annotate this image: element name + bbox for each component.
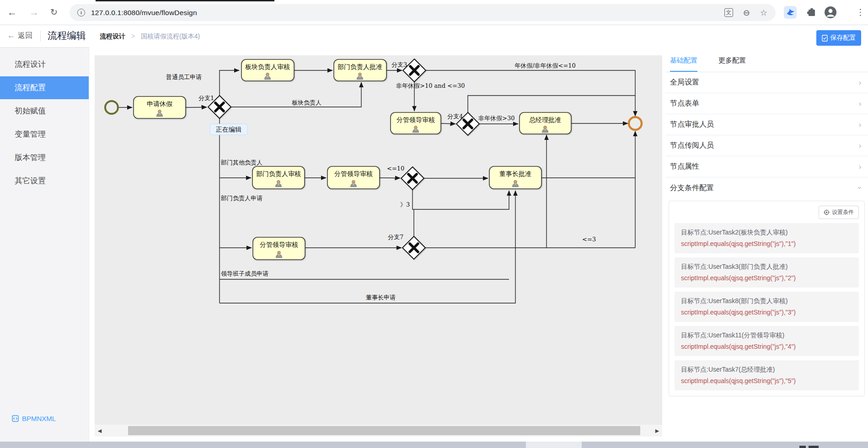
flow-edge[interactable] xyxy=(380,178,400,178)
zoom-out-icon[interactable]: ⊖ xyxy=(743,8,750,18)
section-node-readers[interactable]: 节点传阅人员› xyxy=(665,135,868,156)
flow-edge[interactable] xyxy=(426,70,635,116)
section-global-settings[interactable]: 全局设置› xyxy=(665,72,868,93)
save-config-button[interactable]: 保存配置 xyxy=(816,30,861,46)
profile-avatar[interactable] xyxy=(824,6,837,21)
gateway-le10[interactable] xyxy=(401,167,424,190)
browser-toolbar: ← → ↻ i 127.0.0.1:8080/mvue/flowDesign 文… xyxy=(0,0,868,25)
taskbar-clock-fragment xyxy=(809,446,819,448)
chevron-down-icon: › xyxy=(856,187,865,190)
app-window: ← → ↻ i 127.0.0.1:8080/mvue/flowDesign 文… xyxy=(0,0,868,448)
flow-edge[interactable] xyxy=(186,107,207,108)
edge-label-block-leader: 板块负责人 xyxy=(292,99,321,106)
canvas-horizontal-scrollbar[interactable]: ◀ ▶ xyxy=(95,425,662,437)
edge-label-dept-leader-apply: 部门负责人申请 xyxy=(220,195,263,202)
end-event[interactable] xyxy=(629,117,642,130)
task-label: 部门负责人审核 xyxy=(256,170,301,177)
panel-tabs: 基础配置 更多配置 xyxy=(665,47,868,72)
task-apply-leave[interactable]: 申请休假 xyxy=(134,96,186,118)
edge-label-le10: <=10 xyxy=(387,165,404,172)
sidebar-item-flow-config[interactable]: 流程配置 xyxy=(0,76,89,99)
task-dept-leader-approve[interactable]: 部门负责人批准 xyxy=(334,59,386,81)
section-branch-conditions[interactable]: 分支条件配置› xyxy=(665,177,868,198)
task-label: 申请休假 xyxy=(147,100,172,107)
page-title: 流程编辑 xyxy=(48,29,86,42)
sidebar-item-version-mgmt[interactable]: 版本管理 xyxy=(0,146,89,169)
condition-target: 目标节点:UserTask2(板块负责人审核) xyxy=(681,227,852,238)
edge-label-branch1: 分支1 xyxy=(198,95,214,101)
chrome-menu-icon[interactable]: ⋮ xyxy=(856,6,865,18)
chevron-right-icon: › xyxy=(858,141,862,150)
breadcrumb-current: 国核请假流程(版本4) xyxy=(141,32,200,40)
condition-item[interactable]: 目标节点:UserTask8(部门负责人审核) scriptImpl.equal… xyxy=(675,292,859,322)
browser-back-icon[interactable]: ← xyxy=(7,6,17,18)
page-info-icon[interactable]: i xyxy=(77,9,85,16)
tab-basic-config[interactable]: 基础配置 xyxy=(670,56,697,72)
flow-edge[interactable] xyxy=(441,123,455,124)
back-button[interactable]: ←返回 xyxy=(7,31,32,41)
translate-icon[interactable]: 文 xyxy=(724,8,733,17)
task-chairman-approve[interactable]: 董事长批准 xyxy=(489,166,541,189)
sidebar-item-initial-assign[interactable]: 初始赋值 xyxy=(0,100,89,123)
sidebar-item-other-settings[interactable]: 其它设置 xyxy=(0,170,89,192)
condition-target: 目标节点:UserTask7(总经理批准) xyxy=(681,364,852,375)
flow-canvas[interactable]: 申请休假 板块负责人审核 部门负责人批准 分管领导审核 总经理批准 xyxy=(95,55,662,437)
section-node-properties[interactable]: 节点属性› xyxy=(665,156,868,177)
condition-item[interactable]: 目标节点:UserTask3(部门负责人批准) scriptImpl.equal… xyxy=(675,257,859,288)
task-label: 分管领导审核 xyxy=(260,241,298,248)
task-charge-leader-review-top[interactable]: 分管领导审核 xyxy=(391,112,441,134)
task-charge-leader-review-bottom[interactable]: 分管领导审核 xyxy=(253,237,305,260)
back-arrow-icon: ← xyxy=(7,31,15,40)
breadcrumb-root[interactable]: 流程设计 xyxy=(100,32,125,40)
gateway-branch7[interactable] xyxy=(402,236,425,259)
edge-label-gt10-le30: 非年休假>10 and <=30 xyxy=(396,82,465,89)
browser-forward-icon[interactable]: → xyxy=(29,6,39,18)
flow-edge[interactable] xyxy=(413,190,509,209)
chevron-right-icon: › xyxy=(858,99,862,108)
condition-item[interactable]: 目标节点:UserTask7(总经理批准) scriptImpl.equals(… xyxy=(675,360,859,390)
extensions-puzzle-icon[interactable] xyxy=(806,7,817,20)
bird-extension-icon[interactable] xyxy=(784,6,797,19)
scrollbar-thumb[interactable] xyxy=(128,426,640,435)
scroll-right-icon[interactable]: ▶ xyxy=(652,425,662,437)
edge-label-le3: <=3 xyxy=(582,236,596,243)
sidebar-item-flow-design[interactable]: 流程设计 xyxy=(0,53,89,76)
tab-more-config[interactable]: 更多配置 xyxy=(718,56,746,72)
save-doc-icon xyxy=(822,35,828,42)
scroll-left-icon[interactable]: ◀ xyxy=(95,425,105,437)
section-node-form[interactable]: 节点表单› xyxy=(665,93,868,114)
branch-condition-box: 设置条件 目标节点:UserTask2(板块负责人审核) scriptImpl.… xyxy=(669,201,865,396)
edge-label-branch4: 分支4 xyxy=(447,113,463,120)
task-charge-leader-review-mid[interactable]: 分管领导审核 xyxy=(327,166,380,189)
set-condition-button[interactable]: 设置条件 xyxy=(819,206,859,219)
flow-edge[interactable] xyxy=(220,70,239,96)
section-node-approvers[interactable]: 节点审批人员› xyxy=(665,114,868,135)
flow-edge[interactable] xyxy=(468,96,635,112)
sidebar: 流程设计 流程配置 初始赋值 变量管理 版本管理 其它设置 BPMNXML xyxy=(0,47,89,442)
task-label: 董事长批准 xyxy=(499,170,531,177)
breadcrumb-separator: > xyxy=(131,32,135,40)
condition-script: scriptImpl.equals(qjsq.getString("js"),"… xyxy=(681,307,852,318)
condition-script: scriptImpl.equals(qjsq.getString("js"),"… xyxy=(681,375,852,387)
header-divider xyxy=(40,31,41,42)
gear-icon xyxy=(824,209,830,215)
bookmark-star-icon[interactable]: ☆ xyxy=(760,8,767,18)
task-gm-approve[interactable]: 总经理批准 xyxy=(520,112,571,134)
task-block-leader-review[interactable]: 板块负责人审核 xyxy=(241,59,294,81)
address-bar[interactable]: i 127.0.0.1:8080/mvue/flowDesign 文 ⊖ ☆ xyxy=(70,4,776,21)
taskbar-segment xyxy=(526,442,582,448)
bpmn-xml-link[interactable]: BPMNXML xyxy=(12,415,56,422)
save-config-label: 保存配置 xyxy=(830,34,856,42)
condition-item[interactable]: 目标节点:UserTask11(分管领导审核) scriptImpl.equal… xyxy=(675,326,859,356)
editing-tooltip[interactable]: 正在编辑 xyxy=(210,124,247,135)
condition-script: scriptImpl.equals(qjsq.getString("js"),"… xyxy=(681,341,852,352)
url-text[interactable]: 127.0.0.1:8080/mvue/flowDesign xyxy=(91,9,197,17)
start-event[interactable] xyxy=(105,101,118,114)
sidebar-item-variable-mgmt[interactable]: 变量管理 xyxy=(0,123,89,146)
task-label: 板块负责人审核 xyxy=(245,63,290,70)
edge-label-annual-le10: 年休假/非年休假<=10 xyxy=(514,62,576,69)
browser-reload-icon[interactable]: ↻ xyxy=(50,6,58,18)
task-dept-leader-review[interactable]: 部门负责人审核 xyxy=(252,166,305,189)
task-label: 分管领导审核 xyxy=(334,170,373,177)
condition-item[interactable]: 目标节点:UserTask2(板块负责人审核) scriptImpl.equal… xyxy=(675,223,859,253)
